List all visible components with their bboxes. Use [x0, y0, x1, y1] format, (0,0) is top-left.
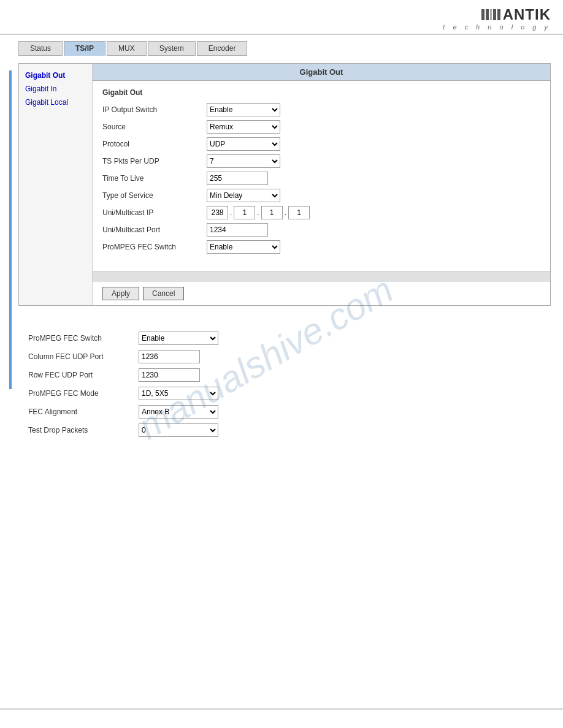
lower-label-col-fec-port: Column FEC UDP Port — [28, 352, 139, 361]
lower-label-prompeg-fec-mode: ProMPEG FEC Mode — [28, 389, 139, 398]
input-uni-multicast-port[interactable] — [207, 223, 268, 237]
bottom-line — [0, 708, 563, 710]
label-time-to-live: Time To Live — [102, 174, 207, 183]
field-prompeg-fec-switch: ProMPEG FEC Switch Enable Disable — [102, 240, 540, 254]
btn-row: Apply Cancel — [93, 282, 550, 305]
field-uni-multicast-ip: Uni/Multicast IP . . . — [102, 206, 540, 219]
lower-select-test-drop[interactable]: 0 1 2 — [139, 423, 218, 437]
label-ts-pkts: TS Pkts Per UDP — [102, 157, 207, 165]
lower-label-prompeg-fec: ProMPEG FEC Switch — [28, 334, 139, 343]
sidebar-item-gigabit-local[interactable]: Gigabit Local — [19, 96, 92, 109]
ip-part-2[interactable] — [234, 206, 255, 219]
sidebar-item-gigabit-in[interactable]: Gigabit In — [19, 82, 92, 96]
select-protocol[interactable]: UDP RTP — [207, 137, 280, 151]
label-uni-multicast-ip: Uni/Multicast IP — [102, 208, 207, 217]
logo: ANTIK t e c h n o l o g y — [443, 6, 551, 31]
tab-mux[interactable]: MUX — [107, 41, 147, 56]
lower-field-test-drop: Test Drop Packets 0 1 2 — [28, 423, 541, 437]
label-type-of-service: Type of Service — [102, 191, 207, 200]
panel-section-title: Gigabit Out — [102, 88, 540, 97]
nav-tabs: Status TS/IP MUX System Encoder — [18, 41, 551, 56]
tab-encoder[interactable]: Encoder — [197, 41, 248, 56]
select-ts-pkts[interactable]: 7 6 5 — [207, 154, 280, 168]
panel-body: Gigabit Out IP Output Switch Enable Disa… — [93, 81, 550, 265]
select-prompeg-fec-switch[interactable]: Enable Disable — [207, 240, 280, 254]
lower-label-row-fec-port: Row FEC UDP Port — [28, 371, 139, 379]
lower-field-prompeg-fec: ProMPEG FEC Switch Enable Disable — [28, 332, 541, 345]
panel: Gigabit Out Gigabit Out IP Output Switch… — [93, 64, 550, 305]
content-area: Gigabit Out Gigabit In Gigabit Local Gig… — [18, 63, 551, 306]
label-protocol: Protocol — [102, 140, 207, 148]
select-type-of-service[interactable]: Min Delay Max Throughput — [207, 189, 280, 202]
field-type-of-service: Type of Service Min Delay Max Throughput — [102, 189, 540, 202]
tab-status[interactable]: Status — [18, 41, 63, 56]
apply-button[interactable]: Apply — [102, 287, 139, 300]
ip-dot-2: . — [256, 208, 259, 217]
field-ts-pkts: TS Pkts Per UDP 7 6 5 — [102, 154, 540, 168]
label-uni-multicast-port: Uni/Multicast Port — [102, 226, 207, 234]
logo-technology: t e c h n o l o g y — [443, 23, 551, 31]
ip-dot-1: . — [229, 208, 232, 217]
tab-system[interactable]: System — [148, 41, 196, 56]
field-protocol: Protocol UDP RTP — [102, 137, 540, 151]
field-ip-output-switch: IP Output Switch Enable Disable — [102, 103, 540, 116]
lower-select-fec-alignment[interactable]: Annex B Annex A — [139, 405, 218, 419]
logo-stripes — [481, 9, 500, 20]
tab-tsip[interactable]: TS/IP — [64, 41, 105, 56]
field-uni-multicast-port: Uni/Multicast Port — [102, 223, 540, 237]
lower-input-row-fec-port[interactable] — [139, 368, 200, 382]
lower-input-col-fec-port[interactable] — [139, 350, 200, 363]
lower-field-row-fec-port: Row FEC UDP Port — [28, 368, 541, 382]
main-content: Status TS/IP MUX System Encoder Gigabit … — [0, 35, 563, 455]
ip-part-4[interactable] — [288, 206, 310, 219]
select-ip-output-switch[interactable]: Enable Disable — [207, 103, 280, 116]
lower-label-test-drop: Test Drop Packets — [28, 426, 139, 434]
field-source: Source Remux Encoder — [102, 120, 540, 134]
lower-select-prompeg-fec[interactable]: Enable Disable — [139, 332, 218, 345]
cancel-button[interactable]: Cancel — [143, 287, 184, 300]
label-prompeg-fec-switch: ProMPEG FEC Switch — [102, 243, 207, 251]
lower-label-fec-alignment: FEC Alignment — [28, 408, 139, 416]
ip-group: . . . — [207, 206, 310, 219]
sidebar: Gigabit Out Gigabit In Gigabit Local — [19, 64, 93, 305]
lower-field-prompeg-fec-mode: ProMPEG FEC Mode 1D, 5X5 2D, 5X5 — [28, 387, 541, 400]
select-source[interactable]: Remux Encoder — [207, 120, 280, 134]
ip-dot-3: . — [284, 208, 287, 217]
lower-field-col-fec-port: Column FEC UDP Port — [28, 350, 541, 363]
lower-section: ProMPEG FEC Switch Enable Disable Column… — [18, 324, 551, 449]
field-time-to-live: Time To Live — [102, 172, 540, 185]
lower-select-prompeg-fec-mode[interactable]: 1D, 5X5 2D, 5X5 — [139, 387, 218, 400]
logo-antik-text: ANTIK — [503, 6, 551, 23]
label-ip-output-switch: IP Output Switch — [102, 105, 207, 114]
lower-field-fec-alignment: FEC Alignment Annex B Annex A — [28, 405, 541, 419]
ip-part-1[interactable] — [207, 206, 228, 219]
panel-footer-bar — [93, 271, 550, 282]
left-accent-bar — [9, 70, 12, 389]
header: ANTIK t e c h n o l o g y — [0, 0, 563, 35]
ip-part-3[interactable] — [261, 206, 283, 219]
panel-title: Gigabit Out — [93, 64, 550, 81]
sidebar-item-gigabit-out[interactable]: Gigabit Out — [19, 69, 92, 82]
input-time-to-live[interactable] — [207, 172, 268, 185]
label-source: Source — [102, 123, 207, 131]
